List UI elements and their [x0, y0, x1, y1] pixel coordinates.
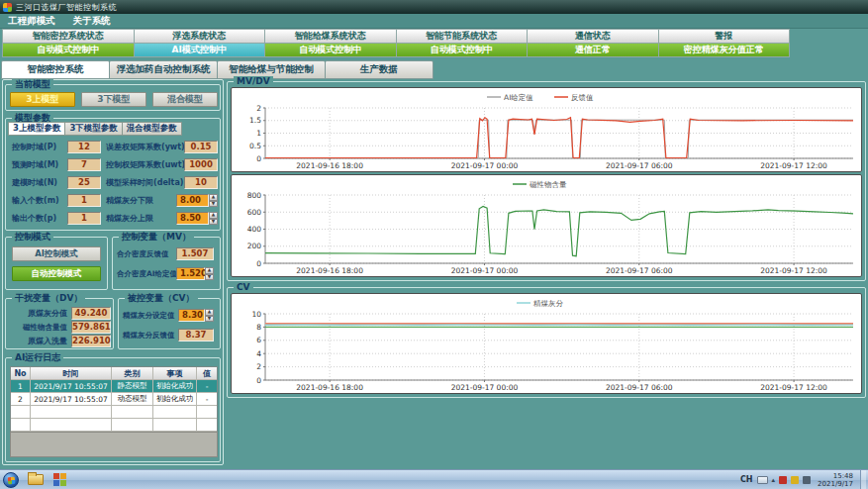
model-button-mixed[interactable]: 混合模型	[152, 92, 218, 107]
svg-text:2021-09-16 18:00: 2021-09-16 18:00	[296, 266, 363, 275]
log-cell: 2021/9/17 10:55:07	[31, 393, 112, 406]
param-tab-3up[interactable]: 3上模型参数	[8, 122, 65, 136]
tray-expand-icon[interactable]: ▴	[772, 476, 776, 484]
log-cell: 初始化成功	[153, 393, 197, 406]
language-indicator[interactable]: CH	[740, 475, 753, 484]
model-button-3up[interactable]: 3上模型	[10, 92, 75, 107]
log-cell: 2	[11, 393, 31, 406]
mv-feedback-value: 1.507	[176, 247, 214, 260]
log-row-1[interactable]: 1 2021/9/17 10:55:07 静态模型 初始化成功 -	[11, 380, 217, 393]
param-input-ash-upper[interactable]: 8.50	[176, 212, 209, 225]
param-label-ywt: 误差权矩阵系数(ywt)	[106, 141, 185, 153]
app-taskbar-button[interactable]	[48, 471, 71, 489]
svg-text:600: 600	[247, 208, 262, 217]
clock-date: 2021/9/17	[818, 480, 853, 488]
cv-setpoint-spinner: ▲▼	[205, 309, 214, 322]
log-header-row: No 时间 类别 事项 值	[11, 367, 217, 380]
log-header-type: 类别	[112, 367, 153, 380]
mv-ai-setpoint-label: 合介密度AI给定值	[117, 267, 177, 280]
mv-setpoint-spinner: ▲▼	[205, 267, 214, 280]
param-value-n: 25	[67, 176, 101, 189]
svg-text:8: 8	[256, 323, 261, 332]
param-label-n: 建模时域(N)	[12, 176, 57, 189]
clock: 15:48 2021/9/17	[818, 472, 853, 488]
status-value-energysave: 自动模式控制中	[396, 43, 529, 57]
spin-down-icon[interactable]: ▼	[205, 316, 214, 323]
keyboard-icon[interactable]	[757, 476, 768, 484]
svg-text:800: 800	[247, 191, 262, 200]
svg-text:2021-09-16 18:00: 2021-09-16 18:00	[296, 383, 363, 392]
svg-text:0: 0	[256, 154, 261, 163]
tab-flotation-dosing[interactable]: 浮选加药自动控制系统	[109, 60, 218, 79]
svg-text:4: 4	[256, 349, 261, 358]
param-value-p: 12	[67, 141, 101, 153]
mv-feedback-label: 合介密度反馈值	[117, 247, 169, 260]
mv-group-title: 控制变量（MV）	[119, 232, 194, 243]
param-label-outputs: 输出个数(p)	[12, 212, 56, 225]
spin-down-icon[interactable]: ▼	[209, 219, 218, 226]
system-tray: CH ▴ 15:48 2021/9/17	[740, 470, 868, 489]
mv-groupbox: 控制变量（MV） 合介密度反馈值 1.507 合介密度AI给定值 1.520 ▲…	[112, 237, 221, 290]
cv-setpoint-input[interactable]: 8.30	[178, 309, 205, 322]
control-mode-groupbox: 控制模式 AI控制模式 自动控制模式	[5, 237, 108, 290]
status-value-flotation: AI模式控制中	[134, 43, 266, 57]
svg-text:AI给定值: AI给定值	[504, 93, 533, 102]
ai-control-mode-button[interactable]: AI控制模式	[12, 246, 101, 261]
svg-text:2021-09-17 00:00: 2021-09-17 00:00	[451, 161, 519, 170]
tab-production-data[interactable]: 生产数据	[325, 60, 434, 79]
mv-trend-chart: 00.511.522021-09-16 18:002021-09-17 00:0…	[231, 87, 862, 172]
alert-tray-icon[interactable]	[779, 476, 787, 484]
control-mode-title: 控制模式	[12, 232, 53, 243]
svg-text:1.5: 1.5	[249, 116, 261, 125]
svg-text:10: 10	[251, 310, 261, 319]
menu-item-about-system[interactable]: 关于系统	[73, 15, 111, 28]
status-value-micontrol: 自动模式控制中	[2, 43, 135, 57]
spin-down-icon[interactable]: ▼	[205, 274, 214, 281]
status-header-row: 智能密控系统状态 浮选系统状态 智能给煤系统状态 智能节能系统状态 通信状态 警…	[2, 29, 790, 44]
log-table-filler	[10, 432, 218, 457]
cv-group-title: 被控变量（CV）	[125, 293, 198, 304]
svg-text:6: 6	[256, 336, 261, 344]
app-icon	[53, 473, 66, 486]
svg-text:200: 200	[247, 242, 262, 250]
dv-groupbox: 干扰变量（DV） 原煤灰分值 49.240 磁性物含量值 579.861 原煤入…	[5, 298, 114, 349]
log-row-2[interactable]: 2 2021/9/17 10:55:07 动态模型 初始化成功 -	[11, 393, 217, 406]
svg-text:0: 0	[256, 376, 261, 385]
menu-bar: 工程师模式 关于系统	[0, 14, 868, 29]
mv-ai-setpoint-input[interactable]: 1.520	[176, 267, 205, 280]
param-value-ywt: 0.15	[184, 141, 218, 153]
cv-groupbox: 被控变量（CV） 精煤灰分设定值 8.30 ▲▼ 精煤灰分反馈值 8.37	[118, 298, 221, 349]
log-header-time: 时间	[31, 367, 112, 380]
auto-control-mode-button[interactable]: 自动控制模式	[12, 266, 101, 281]
current-model-title: 当前模型	[12, 79, 53, 90]
model-button-3down[interactable]: 3下模型	[81, 92, 146, 107]
log-cell: -	[197, 393, 217, 406]
log-header-event: 事项	[153, 367, 197, 380]
log-row-empty	[11, 406, 217, 419]
param-tab-3down[interactable]: 3下模型参数	[64, 122, 122, 136]
log-cell: 静态模型	[112, 380, 153, 393]
main-tab-strip: 智能密控系统 浮选加药自动控制系统 智能给煤与节能控制 生产数据	[2, 60, 434, 79]
explorer-taskbar-button[interactable]	[24, 471, 48, 489]
param-label-ash-lower: 精煤灰分下限	[106, 194, 153, 207]
title-bar: 三河口选煤厂智能控制系统	[0, 0, 868, 14]
param-input-ash-lower[interactable]: 8.00	[176, 194, 209, 207]
ash-trend-chart: 02468102021-09-16 18:002021-09-17 00:002…	[231, 293, 862, 394]
cv-chart-group-title: CV	[234, 282, 253, 293]
network-tray-icon[interactable]	[791, 476, 799, 484]
system-status-grid: 智能密控系统状态 浮选系统状态 智能给煤系统状态 智能节能系统状态 通信状态 警…	[2, 29, 790, 57]
param-label-uwt: 控制权矩阵系数(uwt)	[106, 158, 185, 171]
spin-down-icon[interactable]: ▼	[209, 201, 218, 208]
param-value-inputs: 1	[67, 194, 101, 207]
param-label-m: 预测时域(M)	[12, 158, 58, 171]
mvdv-groupbox: MV/DV 00.511.522021-09-16 18:002021-09-1…	[227, 81, 866, 281]
show-desktop-button[interactable]	[860, 470, 866, 489]
log-cell: 2021/9/17 10:55:07	[31, 380, 112, 393]
param-tab-mixed[interactable]: 混合模型参数	[122, 122, 182, 136]
start-button[interactable]	[3, 472, 19, 488]
window-title: 三河口选煤厂智能控制系统	[16, 2, 117, 13]
tab-intelligent-density-control[interactable]: 智能密控系统	[1, 60, 110, 79]
svg-text:2021-09-17 00:00: 2021-09-17 00:00	[451, 266, 519, 275]
menu-item-engineer-mode[interactable]: 工程师模式	[8, 15, 55, 28]
volume-tray-icon[interactable]	[803, 476, 811, 484]
